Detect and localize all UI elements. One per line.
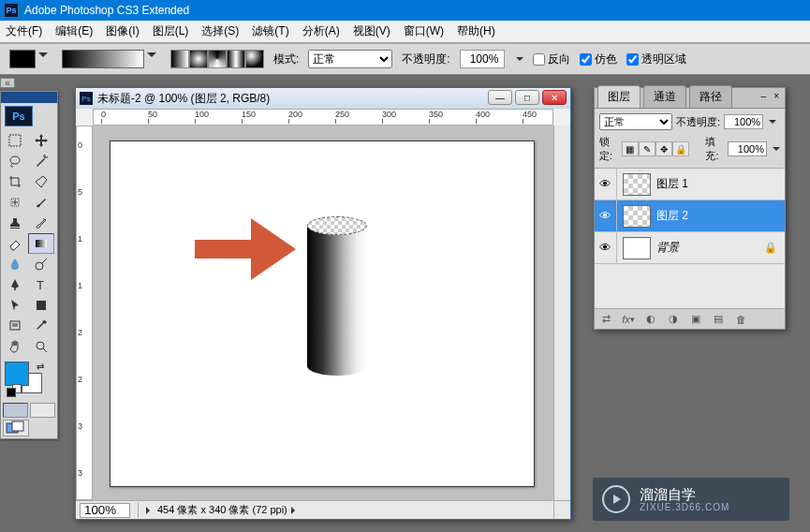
wand-tool[interactable] [28, 151, 54, 171]
layer-row[interactable]: 👁图层 2 [595, 200, 785, 232]
minimize-button[interactable]: — [488, 90, 512, 105]
lock-image-button[interactable]: ✎ [639, 141, 655, 156]
stamp-tool[interactable] [2, 213, 28, 233]
heal-tool[interactable] [2, 192, 28, 213]
panel-minimize-icon[interactable]: – [760, 91, 766, 101]
ruler-vertical[interactable]: 05112233 [76, 126, 93, 500]
layer-name[interactable]: 图层 1 [656, 176, 688, 192]
canvas-viewport[interactable] [93, 126, 553, 500]
marquee-tool[interactable] [2, 130, 28, 151]
visibility-eye-icon[interactable]: 👁 [595, 232, 617, 263]
visibility-eye-icon[interactable]: 👁 [595, 200, 617, 231]
panel-close-icon[interactable]: × [773, 91, 779, 101]
scrollbar-vertical[interactable] [553, 126, 570, 500]
document-title-bar[interactable]: Ps 未标题-2 @ 100% (图层 2, RGB/8) — □ ✕ [76, 88, 570, 109]
layer-opacity-input[interactable] [724, 114, 763, 129]
menu-file[interactable]: 文件(F) [6, 23, 42, 39]
screen-mode-button[interactable] [3, 420, 29, 436]
lock-all-button[interactable]: 🔒 [672, 141, 689, 156]
tool-preset-picker[interactable] [9, 50, 36, 68]
menu-edit[interactable]: 编辑(E) [55, 23, 93, 39]
layer-row[interactable]: 👁图层 1 [595, 169, 785, 200]
tools-palette-header[interactable] [1, 92, 57, 103]
tab-paths[interactable]: 路径 [689, 85, 732, 108]
gradient-preview[interactable] [62, 50, 144, 68]
layer-name[interactable]: 图层 2 [656, 208, 688, 224]
zoom-input[interactable] [80, 503, 130, 518]
fill-input[interactable] [728, 141, 767, 156]
status-arrow-icon[interactable] [146, 507, 154, 514]
maximize-button[interactable]: □ [515, 90, 539, 105]
menu-help[interactable]: 帮助(H) [457, 23, 495, 39]
menu-window[interactable]: 窗口(W) [404, 23, 444, 39]
pen-tool[interactable] [2, 274, 28, 295]
lasso-tool[interactable] [2, 151, 28, 171]
gradient-diamond-button[interactable] [245, 50, 264, 68]
layer-name[interactable]: 背景 [656, 240, 679, 256]
edit-standard-mode[interactable] [3, 403, 28, 418]
dodge-tool[interactable] [28, 254, 54, 274]
brush-tool[interactable] [28, 192, 54, 213]
swap-colors-icon[interactable]: ⇄ [37, 362, 44, 372]
layer-thumbnail[interactable] [623, 173, 651, 196]
new-layer-icon[interactable]: ▤ [711, 312, 726, 327]
gradient-radial-button[interactable] [189, 50, 208, 68]
lock-label: 锁定: [599, 135, 618, 163]
layer-fx-icon[interactable]: fx▾ [621, 312, 636, 327]
edit-quickmask-mode[interactable] [30, 403, 55, 418]
transparency-checkbox[interactable]: 透明区域 [626, 52, 686, 67]
close-button[interactable]: ✕ [542, 90, 567, 105]
history-brush-tool[interactable] [28, 213, 54, 233]
layer-blend-select[interactable]: 正常 [599, 113, 672, 130]
reverse-checkbox[interactable]: 反向 [533, 52, 570, 67]
default-fg-icon[interactable] [7, 388, 16, 397]
layer-group-icon[interactable]: ▣ [688, 312, 703, 327]
lock-position-button[interactable]: ✥ [655, 141, 672, 156]
move-tool[interactable] [28, 130, 54, 151]
fill-dropdown-icon[interactable] [773, 147, 780, 155]
canvas[interactable] [110, 140, 535, 487]
color-picker[interactable]: ⇄ [5, 362, 44, 397]
zoom-tool[interactable] [28, 336, 54, 357]
eyedropper-tool[interactable] [28, 316, 54, 336]
path-select-tool[interactable] [2, 295, 28, 316]
visibility-eye-icon[interactable]: 👁 [595, 169, 617, 200]
status-menu-icon[interactable] [291, 507, 299, 514]
hand-tool[interactable] [2, 336, 28, 357]
blur-tool[interactable] [2, 254, 28, 274]
gradient-tool[interactable] [28, 233, 54, 254]
ruler-horizontal[interactable]: 050100150200250300350400450 [93, 109, 553, 126]
tab-layers[interactable]: 图层 [597, 85, 641, 108]
layer-opacity-dropdown-icon[interactable] [769, 120, 776, 127]
link-layers-icon[interactable]: ⇄ [598, 312, 613, 327]
opacity-input[interactable] [460, 50, 505, 68]
dither-checkbox[interactable]: 仿色 [580, 52, 617, 67]
opacity-dropdown-icon[interactable] [516, 57, 523, 65]
menu-view[interactable]: 视图(V) [353, 23, 390, 39]
gradient-reflected-button[interactable] [227, 50, 245, 68]
adjustment-layer-icon[interactable]: ◑ [666, 312, 681, 327]
layer-thumbnail[interactable] [623, 237, 651, 259]
layer-thumbnail[interactable] [623, 205, 651, 228]
menu-select[interactable]: 选择(S) [201, 23, 239, 39]
type-tool[interactable]: T [28, 274, 54, 295]
menu-filter[interactable]: 滤镜(T) [252, 23, 288, 39]
notes-tool[interactable] [2, 316, 28, 336]
shape-tool[interactable] [28, 295, 54, 316]
tab-channels[interactable]: 通道 [643, 85, 686, 108]
menu-analyze[interactable]: 分析(A) [302, 23, 340, 39]
menu-image[interactable]: 图像(I) [106, 23, 139, 39]
delete-layer-icon[interactable]: 🗑 [733, 312, 748, 327]
layer-mask-icon[interactable]: ◐ [643, 312, 658, 327]
palette-toggle[interactable]: « [0, 78, 15, 88]
lock-transparent-button[interactable]: ▦ [622, 141, 639, 156]
foreground-color-swatch[interactable] [5, 362, 29, 386]
eraser-tool[interactable] [2, 233, 28, 254]
gradient-linear-button[interactable] [170, 50, 189, 68]
blend-mode-select[interactable]: 正常 [308, 50, 392, 68]
crop-tool[interactable] [2, 171, 28, 192]
layer-row[interactable]: 👁背景🔒 [595, 232, 785, 264]
gradient-angle-button[interactable] [208, 50, 227, 68]
menu-layer[interactable]: 图层(L) [153, 23, 189, 39]
slice-tool[interactable] [28, 171, 54, 192]
